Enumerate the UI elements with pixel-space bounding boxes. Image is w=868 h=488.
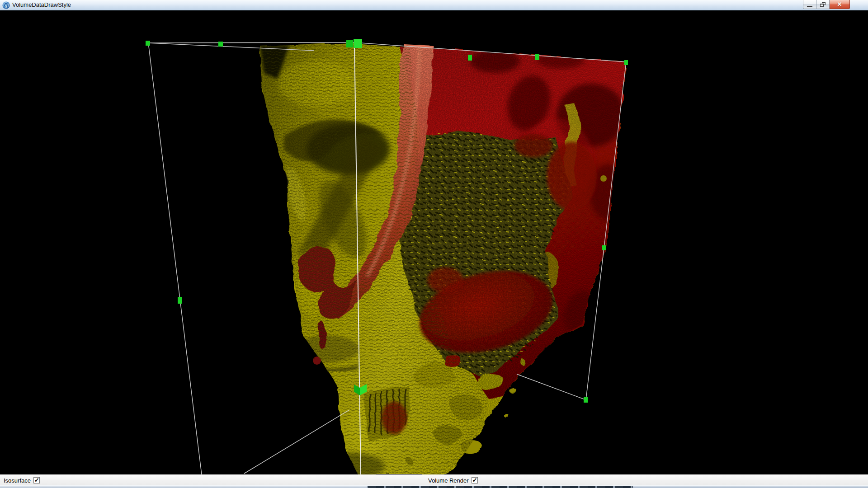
drag-handle-corner-rear-top-left[interactable] <box>146 41 150 46</box>
desktop: { "window": { "title": "VolumeDataDrawSt… <box>0 0 868 488</box>
taskbar-sliver <box>0 485 868 488</box>
drag-handle-edge-top-front-1[interactable] <box>468 55 472 61</box>
drag-handle-edge-top-front-2[interactable] <box>535 54 539 60</box>
drag-handle-corner-bottom-right[interactable] <box>584 397 588 403</box>
taskbar-window-buttons[interactable] <box>367 485 633 488</box>
drag-handle-top-front-b[interactable] <box>354 39 362 48</box>
drag-handle-edge-top-left[interactable] <box>218 42 223 47</box>
close-button[interactable]: ✕ <box>830 0 850 9</box>
render-viewport[interactable] <box>0 10 868 474</box>
isosurface-label: Isosurface <box>4 477 31 484</box>
volume-scene <box>0 10 868 474</box>
drag-handle-top-front-a[interactable] <box>346 40 353 47</box>
window-title: VolumeDataDrawStyle <box>12 1 71 8</box>
taskbar-right-segment[interactable] <box>633 485 868 488</box>
drag-handle-corner-front-top-right[interactable] <box>624 60 628 65</box>
isosurface-control: Isosurface <box>4 475 40 486</box>
restore-button[interactable] <box>816 0 830 9</box>
cube-v-icon: V <box>2 1 10 9</box>
drag-handle-edge-right-mid[interactable] <box>602 245 606 250</box>
titlebar[interactable]: V VolumeDataDrawStyle ✕ <box>0 0 868 10</box>
drag-handle-edge-left-mid[interactable] <box>178 297 182 304</box>
isosurface-checkbox[interactable] <box>33 477 40 483</box>
volume-render-control: Volume Render <box>428 475 478 486</box>
restore-icon <box>820 2 826 7</box>
volume-render-label: Volume Render <box>428 477 469 484</box>
taskbar-left-segment[interactable] <box>0 485 367 488</box>
volume-render-checkbox[interactable] <box>472 477 478 483</box>
svg-text:V: V <box>5 5 7 8</box>
close-icon: ✕ <box>837 0 842 9</box>
box-edge-top-left <box>148 42 354 43</box>
minimize-button[interactable] <box>803 0 816 9</box>
window-controls: ✕ <box>803 0 850 9</box>
minimize-icon <box>807 6 812 7</box>
controls-bar: Isosurface Volume Render <box>0 474 868 485</box>
